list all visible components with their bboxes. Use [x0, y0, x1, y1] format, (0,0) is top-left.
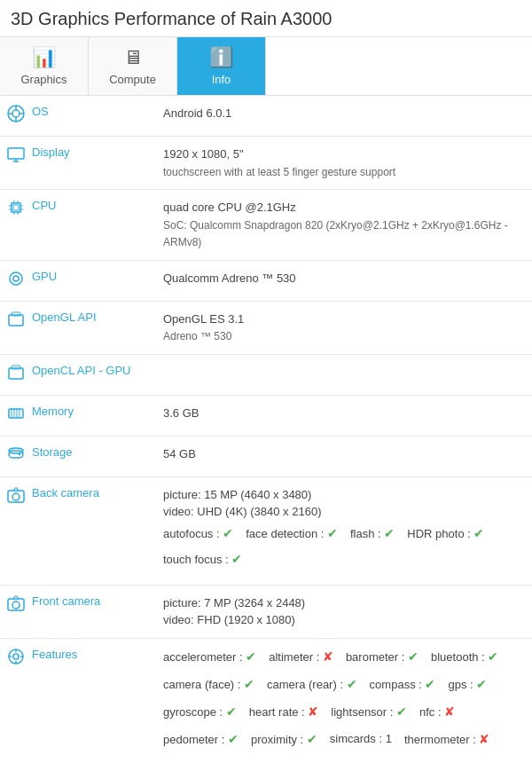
value-cell-opencl	[156, 354, 532, 395]
feature-simcards: simcards : 1	[330, 730, 392, 749]
row-opencl: OpenCL API - GPU	[0, 354, 532, 395]
value-cell-opengl: OpenGL ES 3.1Adreno ™ 530	[156, 301, 532, 354]
row-features: Features accelerometer : ✔altimeter : ✘b…	[0, 638, 532, 763]
value-main-storage: 54 GB	[163, 447, 196, 460]
label-text-storage: Storage	[32, 445, 73, 459]
page-title: 3D Graphics Performance of Rain A3000	[0, 0, 532, 37]
tab-compute[interactable]: 🖥Compute	[89, 37, 177, 95]
value-cell-storage: 54 GB	[156, 436, 532, 476]
svg-rect-21	[9, 315, 23, 326]
svg-point-36	[12, 602, 20, 609]
feature-gyroscope: gyroscope : ✔	[163, 703, 237, 721]
tab-info[interactable]: ℹ️Info	[177, 37, 266, 95]
check-icon: ✔	[226, 704, 237, 719]
row-backcam: Back camera picture: 15 MP (4640 x 3480)…	[0, 476, 532, 585]
svg-point-38	[13, 654, 19, 659]
feature-camera-(rear): camera (rear) : ✔	[267, 675, 357, 694]
value-main-gpu: Qualcomm Adreno ™ 530	[163, 271, 296, 285]
label-cell-storage: Storage	[0, 436, 156, 476]
tab-graphics[interactable]: 📊Graphics	[0, 37, 89, 95]
svg-point-34	[12, 493, 20, 500]
label-cell-memory: Memory	[0, 395, 156, 436]
row-os: OS Android 6.0.1	[0, 96, 532, 137]
feature-altimeter: altimeter : ✘	[269, 648, 333, 666]
value-cell-memory: 3.6 GB	[156, 395, 532, 436]
backcam-line: video: UHD (4K) (3840 x 2160)	[163, 503, 525, 521]
info-table: OS Android 6.0.1 Display 1920 x 1080, 5"…	[0, 96, 532, 763]
label-cell-opengl: OpenGL API	[0, 301, 156, 354]
label-text-memory: Memory	[32, 405, 74, 418]
row-memory: Memory 3.6 GB	[0, 395, 532, 436]
feature-bluetooth: bluetooth : ✔	[431, 648, 498, 666]
label-text-os: OS	[32, 105, 49, 118]
check-icon: ✔	[425, 677, 435, 691]
feature-HDR-photo: HDR photo : ✔	[407, 524, 484, 543]
opencl-icon	[7, 364, 25, 386]
row-cpu: CPU quad core CPU @2.1GHzSoC: Qualcomm S…	[0, 190, 532, 261]
storage-icon	[7, 445, 25, 468]
check-icon: ✔	[327, 526, 338, 540]
tab-label-compute: Compute	[109, 73, 156, 86]
label-cell-gpu: GPU	[0, 260, 156, 301]
gpu-icon	[7, 270, 25, 292]
frontcam-line: video: FHD (1920 x 1080)	[163, 611, 525, 629]
label-cell-features: Features	[0, 638, 156, 763]
frontcam-line: picture: 7 MP (3264 x 2448)	[163, 594, 525, 612]
value-cell-backcam: picture: 15 MP (4640 x 3480)video: UHD (…	[156, 476, 532, 585]
compute-icon: 🖥	[123, 46, 143, 69]
info-icon: ℹ️	[209, 46, 233, 69]
backcam-line: picture: 15 MP (4640 x 3480)	[163, 486, 525, 504]
check-icon: ✔	[473, 526, 484, 540]
svg-point-20	[13, 276, 19, 281]
tabs-bar: 📊Graphics🖥Computeℹ️Info	[0, 37, 532, 96]
cross-icon: ✘	[323, 649, 333, 664]
svg-point-1	[12, 110, 20, 117]
feature-pedometer: pedometer : ✔	[163, 730, 239, 749]
row-display: Display 1920 x 1080, 5"touchscreen with …	[0, 137, 532, 190]
feature-proximity: proximity : ✔	[251, 730, 317, 749]
check-icon: ✔	[488, 649, 498, 664]
feature-wifi: wifi : ✔	[163, 758, 200, 764]
feature-lightsensor: lightsensor : ✔	[331, 703, 407, 721]
opengl-icon	[7, 311, 25, 333]
value-main-opengl: OpenGL ES 3.1	[163, 312, 244, 326]
check-icon: ✔	[347, 677, 357, 691]
value-cell-features: accelerometer : ✔altimeter : ✘barometer …	[156, 638, 532, 763]
value-main-os: Android 6.0.1	[163, 106, 231, 120]
feature-gps: gps : ✔	[448, 675, 487, 694]
feature-face-detection: face detection : ✔	[246, 524, 338, 543]
label-cell-backcam: Back camera	[0, 476, 156, 585]
check-icon: ✔	[384, 526, 395, 540]
check-icon: ✔	[231, 552, 242, 566]
label-text-backcam: Back camera	[32, 486, 99, 499]
feature-heart-rate: heart rate : ✘	[249, 703, 318, 721]
label-text-cpu: CPU	[32, 199, 56, 212]
svg-rect-23	[9, 368, 23, 379]
label-text-opengl: OpenGL API	[32, 311, 97, 324]
value-main-memory: 3.6 GB	[163, 406, 199, 420]
check-icon: ✔	[244, 677, 254, 691]
value-cell-gpu: Qualcomm Adreno ™ 530	[156, 260, 532, 301]
feature-compass: compass : ✔	[370, 675, 436, 694]
cross-icon: ✘	[444, 704, 455, 719]
svg-rect-30	[9, 451, 23, 458]
check-icon: ✔	[228, 732, 239, 746]
tab-label-info: Info	[212, 73, 231, 86]
check-icon: ✔	[396, 704, 407, 719]
graphics-icon: 📊	[32, 46, 56, 69]
label-text-display: Display	[32, 146, 70, 159]
cross-icon: ✘	[308, 704, 318, 719]
svg-rect-10	[13, 205, 19, 210]
feature-autofocus: autofocus : ✔	[163, 524, 233, 543]
value-main-cpu: quad core CPU @2.1GHz	[163, 201, 296, 214]
value-sub-cpu: SoC: Qualcomm Snapdragon 820 (2xKryo@2.1…	[163, 219, 508, 249]
feature-nfc: nfc : ✘	[419, 703, 455, 721]
label-cell-display: Display	[0, 137, 156, 190]
feature-barometer: barometer : ✔	[346, 648, 419, 666]
value-main-display: 1920 x 1080, 5"	[163, 147, 244, 161]
row-opengl: OpenGL API OpenGL ES 3.1Adreno ™ 530	[0, 301, 532, 354]
display-icon	[7, 146, 25, 168]
label-cell-cpu: CPU	[0, 190, 156, 261]
features-icon	[7, 648, 25, 670]
cpu-icon	[7, 199, 25, 221]
